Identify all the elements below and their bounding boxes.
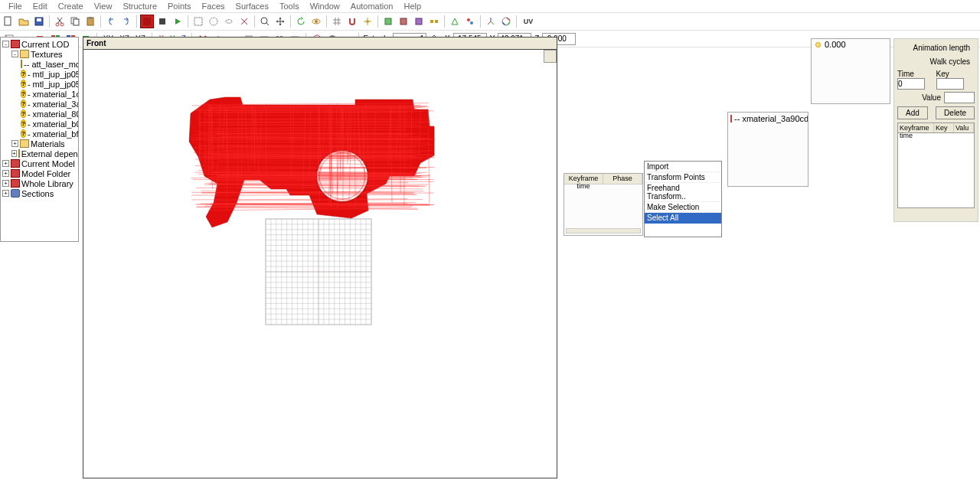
tree-tex-item[interactable]: ?- mtl_jup_jp05: [2, 69, 77, 79]
play-icon[interactable]: [171, 15, 185, 28]
ctx-transform[interactable]: Transform Points: [645, 172, 721, 183]
material-item[interactable]: -- xmaterial_3a90cda0715d: [728, 113, 808, 125]
kf-scrollbar[interactable]: [566, 228, 641, 233]
menu-window[interactable]: Window: [305, 1, 345, 11]
tree-root[interactable]: -Current LOD: [2, 39, 77, 49]
ctx-select-all[interactable]: Select All: [645, 213, 721, 224]
svg-rect-19: [416, 18, 422, 24]
svg-point-16: [366, 20, 369, 23]
ctx-import[interactable]: Import: [645, 162, 721, 172]
uv-button[interactable]: UV: [520, 15, 537, 28]
svg-rect-6: [74, 19, 79, 25]
tree-tex-item[interactable]: ?- xmaterial_1d: [2, 89, 77, 99]
svg-rect-10: [159, 18, 165, 24]
tree-materials[interactable]: +Materials: [2, 139, 77, 149]
svg-rect-11: [194, 18, 202, 25]
rotate-icon[interactable]: [294, 15, 308, 28]
anim-table-body[interactable]: [897, 133, 975, 208]
tree-textures[interactable]: -Textures: [2, 49, 77, 59]
tree-try-item[interactable]: ?- xmaterial_3a: [2, 99, 77, 109]
misc2-icon[interactable]: [397, 15, 410, 28]
misc5-icon[interactable]: [448, 15, 462, 28]
misc1-icon[interactable]: [381, 15, 395, 28]
paste-icon[interactable]: [83, 15, 97, 28]
add-button[interactable]: Add: [897, 106, 928, 119]
undo-icon[interactable]: [104, 15, 118, 28]
save-icon[interactable]: [32, 15, 46, 28]
redo-icon[interactable]: [119, 15, 133, 28]
misc6-icon[interactable]: [463, 15, 477, 28]
misc4-icon[interactable]: [427, 15, 441, 28]
th-value[interactable]: Valu: [954, 123, 974, 132]
tree-tex-item[interactable]: -- att_laser_mc: [2, 59, 77, 69]
pan-icon[interactable]: [273, 15, 287, 28]
ctx-freehand[interactable]: Freehand Transform..: [645, 183, 721, 202]
value-input[interactable]: [944, 92, 975, 103]
sel-rect-icon[interactable]: [191, 15, 205, 28]
stop-icon[interactable]: [155, 15, 169, 28]
sel-circle-icon[interactable]: [207, 15, 220, 28]
th-key[interactable]: Key: [934, 123, 954, 132]
menu-view[interactable]: View: [89, 1, 118, 11]
svg-rect-0: [5, 17, 11, 25]
new-icon[interactable]: [2, 15, 15, 28]
tree-sections[interactable]: +Sections: [2, 188, 77, 198]
key-input[interactable]: [936, 78, 964, 90]
svg-rect-17: [385, 18, 391, 24]
kf-col-phase[interactable]: Phase: [603, 174, 642, 184]
scene-tree-panel: -Current LOD -Textures -- att_laser_mc ?…: [0, 37, 79, 242]
sel-lasso-icon[interactable]: [222, 15, 236, 28]
th-keyframe-time[interactable]: Keyframe time: [898, 123, 934, 132]
orbit-icon[interactable]: [309, 15, 323, 28]
tree-model-folder[interactable]: +Model Folder: [2, 168, 77, 178]
tree-tex-item[interactable]: ?- xmaterial_bf: [2, 129, 77, 139]
menu-tools[interactable]: Tools: [274, 1, 305, 11]
menu-points[interactable]: Points: [162, 1, 197, 11]
menu-surfaces[interactable]: Surfaces: [230, 1, 274, 11]
time-label: Time: [897, 70, 936, 78]
tree-tex-item[interactable]: ?- xmaterial_80: [2, 109, 77, 119]
value-label: Value: [897, 93, 944, 102]
tree-current-model[interactable]: +Current Model: [2, 158, 77, 168]
key-label: Key: [936, 70, 975, 78]
misc3-icon[interactable]: [412, 15, 426, 28]
axes-icon[interactable]: [484, 15, 498, 28]
value-item[interactable]: 0.000: [812, 39, 890, 50]
color-icon[interactable]: [499, 15, 513, 28]
tree-tex-item[interactable]: ?- xmaterial_b0: [2, 119, 77, 129]
anim-table-header: Keyframe time Key Valu: [897, 122, 975, 133]
menu-faces[interactable]: Faces: [197, 1, 230, 11]
wireframe-model: [83, 50, 558, 478]
delete-button[interactable]: Delete: [936, 106, 975, 119]
tree-whole-library[interactable]: +Whole Library: [2, 178, 77, 188]
menu-automation[interactable]: Automation: [345, 1, 399, 11]
menu-help[interactable]: Help: [398, 1, 426, 11]
open-icon[interactable]: [17, 15, 31, 28]
deselect-icon[interactable]: [237, 15, 251, 28]
svg-rect-9: [143, 18, 151, 25]
value-panel: 0.000: [811, 38, 890, 104]
grid-icon[interactable]: [330, 15, 344, 28]
tree-tex-item[interactable]: ?- mtl_jup_jp05: [2, 79, 77, 89]
menu-structure[interactable]: Structure: [117, 1, 162, 11]
walk-cycles-label: Walk cycles: [897, 57, 973, 66]
menu-file[interactable]: File: [3, 1, 28, 11]
menu-edit[interactable]: Edit: [28, 1, 53, 11]
viewport-title[interactable]: Front: [83, 37, 557, 50]
zoom-icon[interactable]: [258, 15, 272, 28]
record-icon[interactable]: [140, 15, 154, 28]
kf-col-time[interactable]: Keyframe time: [564, 174, 603, 184]
snap2-icon[interactable]: [361, 15, 374, 28]
menu-create[interactable]: Create: [53, 1, 89, 11]
cut-icon[interactable]: [53, 15, 67, 28]
snap-icon[interactable]: [345, 15, 359, 28]
svg-point-22: [467, 18, 470, 21]
viewport-front[interactable]: [83, 50, 557, 478]
copy-icon[interactable]: [68, 15, 82, 28]
time-input[interactable]: [897, 78, 925, 90]
ctx-make-sel[interactable]: Make Selection: [645, 202, 721, 213]
svg-rect-2: [37, 18, 41, 21]
tree-ext-dep[interactable]: +External dependencies: [2, 149, 77, 158]
keyframe-panel: Keyframe time Phase: [564, 173, 643, 236]
svg-rect-21: [435, 20, 438, 23]
